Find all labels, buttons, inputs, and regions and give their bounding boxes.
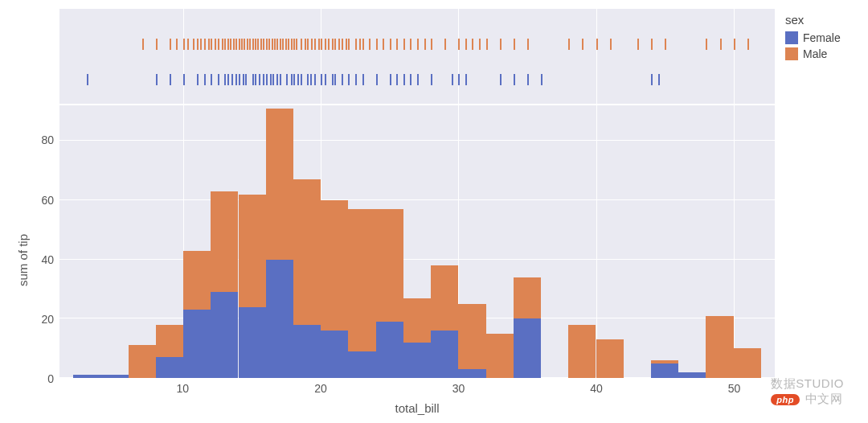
bar-female bbox=[156, 357, 183, 378]
bar-group bbox=[129, 105, 156, 378]
rug-tick-male bbox=[444, 39, 446, 50]
bar-group bbox=[266, 105, 293, 378]
rug-tick-male bbox=[247, 39, 248, 50]
bar-female bbox=[514, 318, 541, 378]
y-tick-label: 40 bbox=[41, 253, 54, 266]
rug-tick-male bbox=[305, 39, 306, 50]
y-tick-label: 20 bbox=[41, 313, 54, 326]
x-tick-label: 40 bbox=[590, 382, 603, 395]
rug-tick-male bbox=[170, 39, 171, 50]
bar-male bbox=[486, 334, 514, 378]
bar-male bbox=[183, 251, 211, 310]
rug-tick-male bbox=[568, 39, 570, 50]
bar-group bbox=[458, 105, 485, 378]
y-tick-label: 60 bbox=[41, 194, 54, 207]
bar-group bbox=[706, 105, 733, 378]
rug-tick-female bbox=[266, 74, 268, 85]
rug-tick-female bbox=[452, 74, 453, 85]
rug-tick-male bbox=[142, 39, 144, 50]
bar-group bbox=[376, 105, 403, 378]
rug-tick-female bbox=[514, 74, 515, 85]
rug-tick-male bbox=[458, 39, 460, 50]
rug-tick-male bbox=[239, 39, 240, 50]
rug-tick-female bbox=[224, 74, 226, 85]
rug-tick-male bbox=[328, 39, 330, 50]
rug-tick-male bbox=[472, 39, 473, 50]
x-tick-label: 50 bbox=[728, 382, 741, 395]
rug-tick-male bbox=[424, 39, 426, 50]
bar-male bbox=[239, 195, 266, 307]
rug-tick-male bbox=[410, 39, 411, 50]
rug-tick-female bbox=[465, 74, 467, 85]
rug-tick-female bbox=[355, 74, 357, 85]
rug-tick-male bbox=[637, 39, 639, 50]
rug-tick-female bbox=[376, 74, 378, 85]
bar-male bbox=[651, 360, 678, 363]
rug-tick-male bbox=[334, 39, 336, 50]
histogram-panel bbox=[59, 105, 776, 379]
rug-tick-female bbox=[211, 74, 212, 85]
rug-tick-male bbox=[255, 39, 256, 50]
rug-tick-female bbox=[218, 74, 219, 85]
bar-group bbox=[678, 105, 706, 378]
rug-tick-male bbox=[465, 39, 467, 50]
rug-tick-female bbox=[231, 74, 233, 85]
legend-label-male: Male bbox=[803, 47, 827, 60]
rug-tick-male bbox=[417, 39, 419, 50]
rug-tick-male bbox=[342, 39, 343, 50]
legend-label-female: Female bbox=[803, 31, 841, 44]
rug-tick-male bbox=[268, 39, 270, 50]
bar-female bbox=[376, 322, 403, 378]
rug-tick-male bbox=[291, 39, 293, 50]
bar-female bbox=[293, 325, 321, 378]
rug-tick-male bbox=[222, 39, 223, 50]
rug-tick-male bbox=[610, 39, 612, 50]
bar-male bbox=[403, 298, 431, 343]
rug-tick-female bbox=[348, 74, 350, 85]
rug-tick-male bbox=[431, 39, 432, 50]
bar-group bbox=[734, 105, 761, 378]
rug-tick-female bbox=[431, 74, 432, 85]
x-axis-ticks: 1020304050 bbox=[59, 379, 776, 398]
rug-tick-male bbox=[479, 39, 481, 50]
legend-swatch-male bbox=[785, 47, 798, 60]
rug-tick-female bbox=[307, 74, 309, 85]
rug-tick-male bbox=[211, 39, 212, 50]
rug-tick-female bbox=[286, 74, 288, 85]
rug-tick-male bbox=[346, 39, 347, 50]
rug-tick-male bbox=[249, 39, 251, 50]
rug-tick-male bbox=[338, 39, 340, 50]
rug-tick-female bbox=[170, 74, 171, 85]
y-axis-title: sum of tip bbox=[17, 233, 31, 285]
bar-layer bbox=[59, 105, 775, 378]
bar-group bbox=[100, 105, 128, 378]
legend-item-female: Female bbox=[785, 31, 856, 44]
y-tick-label: 80 bbox=[41, 133, 54, 146]
rug-tick-female bbox=[197, 74, 199, 85]
rug-tick-male bbox=[734, 39, 735, 50]
rug-tick-male bbox=[288, 39, 289, 50]
rug-tick-female bbox=[227, 74, 229, 85]
y-axis-title-wrap: sum of tip bbox=[12, 8, 35, 415]
legend: sex Female Male bbox=[776, 8, 856, 415]
rug-tick-male bbox=[332, 39, 334, 50]
rug-tick-male bbox=[596, 39, 598, 50]
rug-tick-male bbox=[235, 39, 237, 50]
bar-male bbox=[348, 209, 375, 351]
rug-tick-male bbox=[318, 39, 320, 50]
rug-tick-male bbox=[285, 39, 287, 50]
bar-male bbox=[734, 348, 761, 378]
bar-male bbox=[514, 277, 541, 319]
rug-tick-male bbox=[187, 39, 189, 50]
bar-male bbox=[458, 304, 485, 369]
rug-tick-male bbox=[197, 39, 199, 50]
rug-tick-male bbox=[307, 39, 309, 50]
rug-tick-female bbox=[243, 74, 244, 85]
bar-group bbox=[348, 105, 375, 378]
bar-male bbox=[129, 345, 156, 378]
rug-tick-female bbox=[293, 74, 295, 85]
rug-tick-female bbox=[272, 74, 274, 85]
rug-tick-male bbox=[280, 39, 281, 50]
rug-tick-female bbox=[291, 74, 293, 85]
rug-tick-male bbox=[720, 39, 722, 50]
